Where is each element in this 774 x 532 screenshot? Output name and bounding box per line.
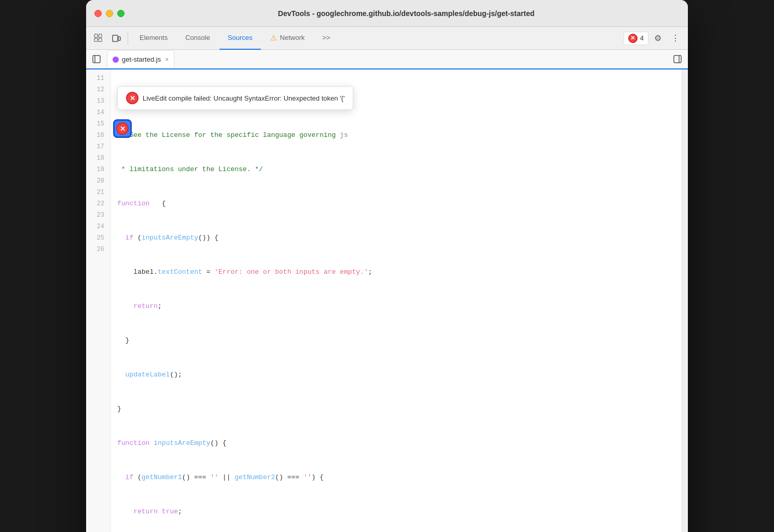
code-area: 11 12 13 14 15 16 17 18 19 20 21 22 23 2… [86, 69, 688, 532]
svg-rect-6 [93, 55, 100, 63]
svg-rect-0 [94, 34, 98, 37]
code-line-18: } [117, 335, 675, 346]
file-close-icon[interactable]: × [165, 56, 169, 63]
file-type-icon [113, 57, 119, 63]
code-line-14: function { [117, 198, 675, 209]
line-num-23: 23 [90, 209, 104, 221]
line-num-21: 21 [90, 187, 104, 198]
inspect-icon[interactable] [90, 30, 107, 47]
line-num-18: 18 [90, 152, 104, 164]
line-numbers: 11 12 13 14 15 16 17 18 19 20 21 22 23 2… [86, 69, 111, 532]
line-num-22: 22 [90, 198, 104, 209]
devtools-window: DevTools - googlechrome.github.io/devtoo… [86, 0, 688, 532]
sidebar-toggle-icon[interactable] [88, 51, 105, 67]
svg-rect-3 [99, 38, 102, 41]
line-error-x-icon: ✕ [116, 122, 129, 135]
svg-rect-5 [118, 37, 120, 40]
line-num-20: 20 [90, 175, 104, 187]
line-num-13: 13 [90, 95, 104, 107]
line-error-icon[interactable]: ✕ [113, 119, 132, 138]
file-tab-get-started[interactable]: get-started.js × [107, 50, 174, 68]
tab-divider [128, 32, 128, 45]
line-num-15: 15 [90, 118, 104, 130]
collapse-sidebar-icon[interactable] [669, 51, 686, 67]
tab-console[interactable]: Console [177, 27, 218, 50]
line-num-12: 12 [90, 84, 104, 95]
code-line-12: * See the License for the specific langu… [117, 130, 675, 141]
error-badge[interactable]: ✕ 4 [624, 32, 648, 45]
minimize-button[interactable] [106, 10, 113, 17]
more-options-icon[interactable]: ⋮ [667, 30, 684, 47]
device-mode-icon[interactable] [108, 30, 125, 47]
line-num-16: 16 [90, 130, 104, 141]
code-line-19: updateLabel(); [117, 369, 675, 381]
line-num-14: 14 [90, 107, 104, 118]
code-line-15: if (inputsAreEmpty()) { [117, 232, 675, 244]
code-line-16: label.textContent = 'Error: one or both … [117, 267, 675, 278]
line-num-25: 25 [90, 232, 104, 244]
code-line-22: if (getNumber1() === '' || getNumber2() … [117, 472, 675, 483]
code-container: ✕ LiveEdit compile failed: Uncaught Synt… [86, 69, 688, 532]
devtools-body: Elements Console Sources ⚠ Network >> ✕ … [86, 27, 688, 532]
tab-network[interactable]: ⚠ Network [262, 27, 313, 50]
tab-sources[interactable]: Sources [219, 27, 261, 50]
code-line-13: * limitations under the License. */ [117, 164, 675, 175]
code-line-17: return; [117, 301, 675, 312]
line-num-24: 24 [90, 221, 104, 232]
file-tab-bar: get-started.js × [86, 50, 688, 69]
tooltip-error-icon: ✕ [126, 92, 139, 104]
window-title: DevTools - googlechrome.github.io/devtoo… [133, 9, 680, 18]
line-num-17: 17 [90, 141, 104, 152]
maximize-button[interactable] [117, 10, 125, 17]
title-bar: DevTools - googlechrome.github.io/devtoo… [86, 0, 688, 27]
code-line-20: } [117, 403, 675, 415]
traffic-lights [94, 10, 125, 17]
settings-icon[interactable]: ⚙ [649, 30, 666, 47]
file-tab-name: get-started.js [122, 55, 161, 63]
svg-rect-1 [94, 38, 98, 41]
line-num-26: 26 [90, 244, 104, 255]
vertical-scrollbar[interactable] [682, 69, 688, 532]
error-tooltip: ✕ LiveEdit compile failed: Uncaught Synt… [117, 86, 353, 110]
line-num-19: 19 [90, 164, 104, 175]
tab-more[interactable]: >> [314, 27, 338, 50]
svg-rect-4 [113, 35, 118, 41]
code-line-23: return true; [117, 506, 675, 517]
network-warning-icon: ⚠ [270, 34, 277, 42]
code-lines[interactable]: * WITHOUT WARRANTIES OR CONDITIONS OF AN… [111, 69, 682, 532]
error-icon: ✕ [628, 34, 638, 43]
line-num-11: 11 [90, 73, 104, 84]
tooltip-message: LiveEdit compile failed: Uncaught Syntax… [143, 94, 344, 102]
tab-elements[interactable]: Elements [131, 27, 176, 50]
main-tab-bar: Elements Console Sources ⚠ Network >> ✕ … [86, 27, 688, 50]
close-button[interactable] [94, 10, 102, 17]
svg-rect-2 [99, 34, 102, 37]
code-line-21: function inputsAreEmpty() { [117, 438, 675, 449]
svg-rect-8 [674, 55, 681, 63]
